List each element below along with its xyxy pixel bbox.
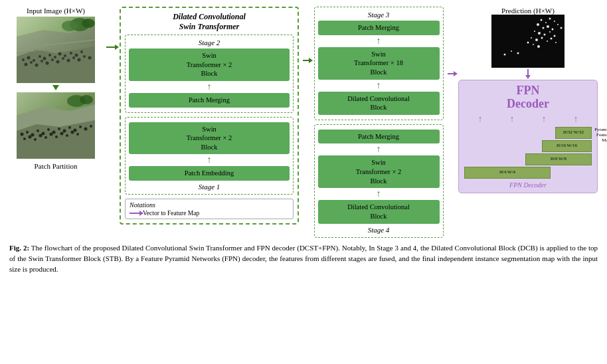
stage2-label: Stage 2 xyxy=(129,39,290,46)
svg-point-42 xyxy=(52,131,56,134)
main-container: Input Image (H×W) xyxy=(0,0,607,282)
arrow-down-1 xyxy=(52,85,59,90)
arrow-stages-to-fpn xyxy=(448,73,455,74)
svg-point-36 xyxy=(21,133,24,136)
fpn-bottom-label: FPN Decoder xyxy=(464,181,592,189)
input-image-bottom xyxy=(17,92,95,159)
svg-point-66 xyxy=(545,22,547,23)
dcst-panel: Dilated Convolutional Swin Transformer S… xyxy=(120,7,299,225)
svg-point-22 xyxy=(62,57,64,60)
caption-fig-num: Fig. 2: xyxy=(9,244,29,252)
prediction-image xyxy=(491,15,564,68)
fpn-arrow-2: ↑ xyxy=(510,114,515,124)
svg-point-47 xyxy=(79,126,82,128)
svg-point-8 xyxy=(48,54,51,56)
left-panel: Input Image (H×W) xyxy=(9,7,102,170)
stage3-box: Stage 3 Patch Merging ↑ SwinTransformer … xyxy=(314,7,444,120)
stage3-label: Stage 3 xyxy=(318,11,440,19)
svg-point-27 xyxy=(88,56,92,60)
svg-point-70 xyxy=(543,27,545,29)
svg-point-39 xyxy=(37,130,39,132)
patch-embedding-block: Patch Embedding xyxy=(129,166,290,181)
stage2-stb-block: SwinTransformer × 2Block xyxy=(129,48,290,81)
stage4-dcb: Dilated ConvolutionalBlock xyxy=(318,200,440,223)
svg-point-71 xyxy=(547,25,549,28)
stage3-dcb: Dilated ConvolutionalBlock xyxy=(318,92,440,115)
pyramid-block-2: H/16 W/16 xyxy=(542,140,592,152)
svg-point-19 xyxy=(46,62,49,65)
stage4-stb: SwinTransformer × 2Block xyxy=(318,155,440,188)
pyramid-block-3: H/8 W/8 xyxy=(525,153,592,165)
svg-point-80 xyxy=(531,37,532,39)
notations-box: Notations Vector to Feature Map xyxy=(125,199,294,219)
svg-point-20 xyxy=(51,58,54,61)
svg-point-7 xyxy=(43,57,46,60)
input-image-top xyxy=(17,17,95,83)
svg-point-52 xyxy=(34,138,37,141)
pyramid-label-3: H/8 W/8 xyxy=(551,157,566,161)
svg-point-12 xyxy=(70,52,72,54)
svg-point-15 xyxy=(25,63,28,66)
caption: Fig. 2: The flowchart of the proposed Di… xyxy=(9,243,598,275)
svg-point-5 xyxy=(33,59,35,62)
stage4-arrow1: ↑ xyxy=(318,145,440,154)
svg-point-46 xyxy=(74,129,77,132)
svg-point-16 xyxy=(30,61,33,64)
svg-point-77 xyxy=(554,35,556,37)
svg-point-89 xyxy=(504,54,506,56)
svg-point-11 xyxy=(64,54,66,57)
svg-point-85 xyxy=(555,42,557,43)
notation-row-1: Vector to Feature Map xyxy=(130,210,289,217)
dcst-title: Dilated Convolutional Swin Transformer xyxy=(125,12,294,32)
svg-point-45 xyxy=(68,126,71,129)
svg-point-48 xyxy=(84,128,88,131)
svg-point-55 xyxy=(50,133,53,136)
pyramid-container: H/32 W/32 H/16 W/16 H/8 W/8 H/4 W/4 Pyra… xyxy=(464,127,592,179)
svg-point-43 xyxy=(58,128,60,130)
svg-point-23 xyxy=(67,59,70,62)
stage3-arrow2: ↑ xyxy=(318,81,440,90)
stage3-stb: SwinTransformer × 18Block xyxy=(318,47,440,80)
svg-point-82 xyxy=(541,37,543,39)
pyramid-block-4: H/4 W/4 xyxy=(464,167,551,179)
svg-point-50 xyxy=(23,137,26,140)
stage1-label: Stage 1 xyxy=(129,183,290,191)
svg-point-37 xyxy=(26,131,29,134)
svg-point-41 xyxy=(47,128,50,131)
stage3-arrow1: ↑ xyxy=(318,37,440,46)
arrow-pred-to-fpn xyxy=(527,68,529,77)
svg-point-67 xyxy=(537,23,539,26)
stage34-panel: Stage 3 Patch Merging ↑ SwinTransformer … xyxy=(314,7,444,238)
pyramid-block-1: H/32 W/32 xyxy=(555,127,592,139)
stage2-patch-merging: Patch Merging xyxy=(129,93,290,108)
svg-point-68 xyxy=(549,18,551,20)
svg-point-18 xyxy=(41,60,43,62)
arrow-dcst-to-stages xyxy=(303,60,310,61)
svg-point-91 xyxy=(517,52,519,54)
pyramid-label-2: H/16 W/16 xyxy=(557,143,577,148)
svg-point-87 xyxy=(533,44,534,45)
svg-point-6 xyxy=(39,55,41,58)
svg-point-38 xyxy=(31,134,35,137)
stage1-box: SwinTransformer × 2Block ↑ Patch Embeddi… xyxy=(125,117,294,195)
svg-point-84 xyxy=(551,38,553,40)
purple-arrow-icon xyxy=(130,213,140,214)
svg-point-56 xyxy=(55,136,58,138)
notation-text-1: Vector to Feature Map xyxy=(143,210,199,217)
pyramid-label-4: H/4 W/4 xyxy=(499,170,515,175)
stage2-arrow1: ↑ xyxy=(129,82,290,92)
svg-point-60 xyxy=(76,133,79,136)
fpn-decoder-box: FPN Decoder ↑ ↑ ↑ ↑ H/32 W/32 H/16 W/16 xyxy=(458,80,598,193)
svg-point-25 xyxy=(78,58,81,62)
svg-point-69 xyxy=(554,21,555,22)
svg-point-9 xyxy=(54,56,56,58)
svg-point-4 xyxy=(27,56,31,60)
svg-point-63 xyxy=(80,95,93,104)
right-panel: Prediction (H×W) xyxy=(458,7,598,193)
fpn-arrow-4: ↑ xyxy=(574,114,578,124)
svg-rect-64 xyxy=(491,15,564,68)
fpn-title: FPN Decoder xyxy=(464,84,592,111)
svg-point-24 xyxy=(72,56,75,59)
input-image-label: Input Image (H×W) xyxy=(27,7,85,15)
dcst-outer-box: Dilated Convolutional Swin Transformer S… xyxy=(120,7,299,225)
